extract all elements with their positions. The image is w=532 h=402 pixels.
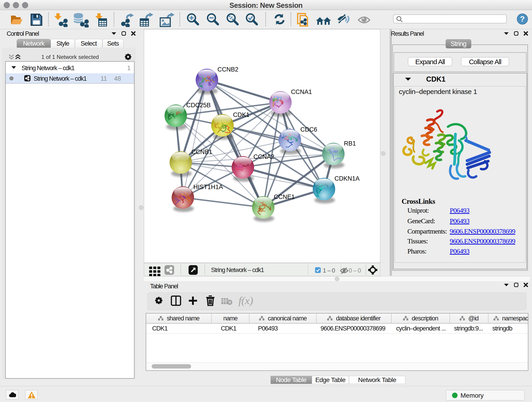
svg-text:CCNE1: CCNE1 bbox=[274, 193, 295, 200]
svg-text:CCNB2: CCNB2 bbox=[217, 66, 239, 73]
svg-text:CDKN1A: CDKN1A bbox=[335, 175, 360, 182]
svg-text:RB1: RB1 bbox=[344, 140, 356, 147]
svg-text:CDC25B: CDC25B bbox=[186, 102, 211, 109]
svg-text:CCNA2: CCNA2 bbox=[253, 153, 274, 160]
svg-text:HIST1H1A: HIST1H1A bbox=[193, 184, 223, 191]
svg-text:CCNB1: CCNB1 bbox=[191, 148, 212, 155]
svg-text:CDC6: CDC6 bbox=[300, 126, 317, 133]
svg-text:?: ? bbox=[520, 14, 525, 23]
svg-text:CDK1: CDK1 bbox=[233, 111, 249, 118]
svg-text:CCNA1: CCNA1 bbox=[291, 89, 312, 95]
